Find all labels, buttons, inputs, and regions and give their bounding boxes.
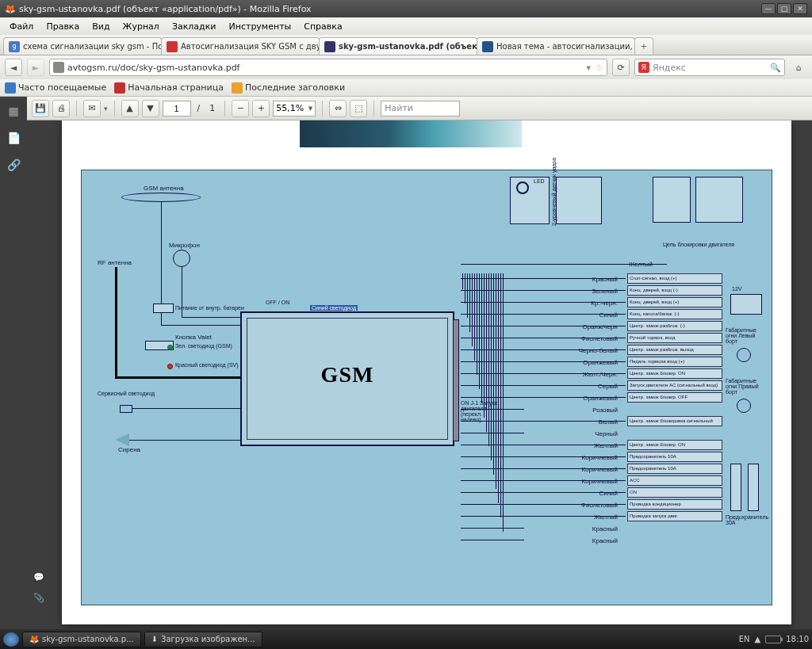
fit-width-button[interactable]: ⇔ [329,100,347,117]
wire-desc-9: Запуск двигателя AC (сигнальный вход) [627,380,722,391]
wiring-diagram: GSM антенна RF антенна Микрофон [81,170,772,605]
siren-label: Сирена [118,446,140,453]
gsm-antenna-shape [121,193,201,202]
minimize-button[interactable]: — [761,3,776,14]
wire-desc-10: Центр. замок блокир. OFF [627,392,722,403]
url-dropdown[interactable]: ▾ [587,63,592,73]
relay-wiring-box [695,177,743,223]
start-button[interactable] [3,632,19,647]
bookmark-1-label: Начальная страница [128,82,224,93]
battery-icon[interactable] [765,636,781,643]
wire-desc-17: ACC [627,475,722,486]
save-button[interactable]: 💾 [32,100,49,117]
wire-desc-8: Центр. замок блокир. ON [627,368,722,379]
tray-icon[interactable]: ▲ [754,635,760,643]
close-button[interactable]: ✕ [793,3,807,14]
outline-icon[interactable]: 📄 [6,130,21,146]
menu-tools[interactable]: Инструменты [224,20,297,33]
tab-2[interactable]: sky-gsm-ustanovka.pdf (объект «applic...… [319,37,477,55]
wire-desc-18: ON [627,487,722,498]
wire-color-12: Белый [526,416,621,428]
menubar: Файл Правка Вид Журнал Закладки Инструме… [0,17,812,35]
pdf-viewport[interactable]: GSM антенна RF антенна Микрофон [27,120,812,629]
menu-help[interactable]: Справка [299,20,347,33]
pdf-main: 💾 🖨 ✉ ▾ ▲ ▼ / 1 − + 55,1%▾ ⇔ ⬚ Найти [27,97,812,629]
thumbnail-icon[interactable]: ▦ [6,103,21,119]
tab-0-label: схема сигнализации sky gsm - Поиск в ... [23,42,162,51]
home-button[interactable]: ⌂ [790,59,807,76]
wire-color-16: Коричневый [526,464,621,475]
search-go-icon[interactable]: 🔍 [770,63,781,73]
task-1[interactable]: ⬇Загрузка изображен... [144,632,262,647]
zoom-out-button[interactable]: − [232,100,249,117]
page-up-button[interactable]: ▲ [121,100,139,117]
red-led-label: Красный светодиод (SV) [175,362,239,368]
favicon-google: g [9,41,20,52]
tab-1-label: Автосигнализация SKY GSM с двусторо... [181,42,320,51]
yandex-icon: Я [638,62,649,73]
page-input[interactable] [163,101,191,116]
fuse-box-1 [730,464,741,511]
bookmark-bar: Часто посещаемые Начальная страница Посл… [0,79,812,97]
search-box[interactable]: Я Яндекс 🔍 [634,59,785,76]
forward-button[interactable]: ► [27,59,44,76]
wire-color-18: Синий [526,487,621,499]
battery-box [153,304,174,313]
favicon-3 [482,41,493,52]
bulb-icon-2 [737,399,751,413]
fuse-box-2 [748,464,759,511]
reload-button[interactable]: ⟳ [612,59,630,76]
wire-desc-4: Центр. замок разблок. (-) [627,321,722,331]
battery-12v [730,294,762,315]
bookmark-star-icon[interactable]: ☆ [596,63,603,73]
zoom-in-button[interactable]: + [252,100,270,117]
menu-history[interactable]: Журнал [118,20,164,33]
attachment-icon[interactable]: 📎 [33,593,48,605]
zoom-select[interactable]: 55,1%▾ [273,101,316,116]
wire-color-14: Желтый [526,440,621,452]
mail-dropdown[interactable]: ▾ [104,105,108,113]
system-tray: EN ▲ 18:10 [739,635,809,643]
print-button[interactable]: 🖨 [52,100,70,117]
wire-desc-16: Предохранитель 10A [627,464,722,474]
wire-desc-1: Конц. дверей, вход (-) [627,285,722,296]
wire-color-5: Фиолетовый [526,333,621,345]
valet-label: Кнопка Valet [175,334,212,341]
mail-button[interactable]: ✉ [83,100,101,117]
comment-icon[interactable]: 💬 [33,572,48,585]
task-1-label: Загрузка изображен... [161,635,255,643]
find-input[interactable]: Найти [381,101,460,116]
wire-descriptions: Стоп-сигнал, вход (+)Конц. дверей, вход … [627,273,722,547]
tab-0[interactable]: gсхема сигнализации sky gsm - Поиск в ..… [3,37,162,55]
menu-edit[interactable]: Правка [41,20,84,33]
bookmark-2[interactable]: Последние заголовки [232,82,345,94]
rf-antenna-label: RF антенна [98,259,132,266]
task-0[interactable]: 🦊sky-gsm-ustanovka.p... [22,632,141,647]
blue-led-label: Синий светодиод [310,305,358,311]
bookmark-0[interactable]: Часто посещаемые [5,82,106,94]
wire-desc-2: Конц. дверей, вход (+) [627,297,722,307]
camera-lens-icon [516,181,529,194]
back-button[interactable]: ◄ [5,59,22,76]
bookmark-1-icon [114,82,125,94]
fit-page-button[interactable]: ⬚ [350,100,367,117]
favicon-1 [167,41,178,52]
wire-color-4: Оранж/черн [526,321,621,333]
lang-indicator[interactable]: EN [739,635,750,643]
clock[interactable]: 18:10 [786,635,809,643]
url-bar[interactable]: avtogsm.ru/doc/sky-gsm-ustanovka.pdf ▾ ☆ [49,59,607,76]
page-total: 1 [206,103,218,113]
tab-1[interactable]: Автосигнализация SKY GSM с двусторо...× [161,37,320,55]
page-down-button[interactable]: ▼ [142,100,159,117]
wire-color-0: Красный [526,273,621,285]
menu-view[interactable]: Вид [87,20,114,33]
menu-file[interactable]: Файл [5,20,38,33]
tab-new[interactable]: + [634,37,653,55]
bookmark-1[interactable]: Начальная страница [114,82,224,94]
pdf-sidebar: ▦ 📄 🔗 [0,97,27,629]
tab-3[interactable]: Новая тема - автосигнализации, иммоб...× [477,37,635,55]
menu-bookmarks[interactable]: Закладки [167,20,221,33]
wire-desc-14: Центр. замок блокир. ON [627,440,722,450]
maximize-button[interactable]: □ [777,3,791,14]
attachments-icon[interactable]: 🔗 [6,157,21,173]
